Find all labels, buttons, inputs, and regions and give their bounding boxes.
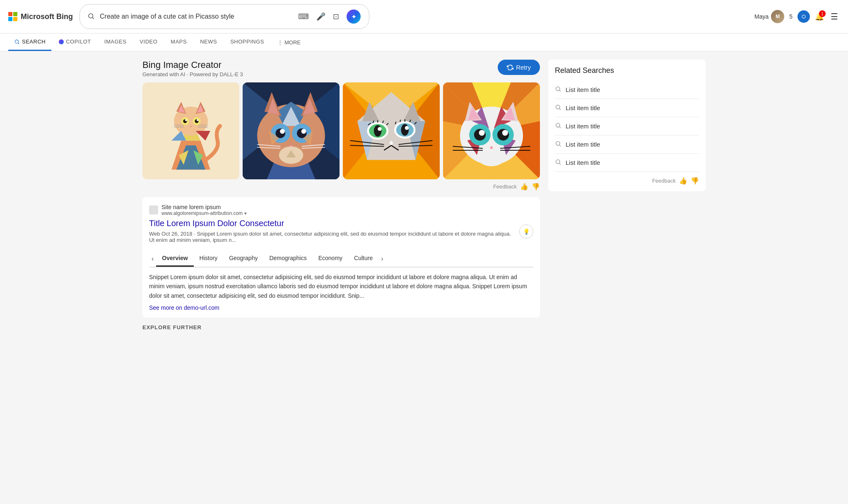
- see-more-link[interactable]: See more on demo-url.com: [149, 304, 533, 311]
- copilot-gradient-icon: ✦: [347, 10, 361, 24]
- related-searches-title: Related Searches: [555, 66, 699, 75]
- tab-demographics[interactable]: Demographics: [263, 251, 312, 267]
- image-creator-feedback-label: Feedback: [493, 183, 517, 190]
- retry-button[interactable]: Retry: [498, 60, 540, 75]
- search-icon-2: [555, 104, 561, 112]
- related-thumbs-up-button[interactable]: 👍: [679, 177, 687, 185]
- avatar: M: [771, 10, 784, 23]
- search-submit-button[interactable]: [87, 12, 96, 22]
- result-title-link[interactable]: Title Lorem Ipsum Dolor Consectetur: [149, 219, 514, 228]
- notification-button[interactable]: 🔔 1: [815, 12, 824, 21]
- microphone-icon-button[interactable]: 🎤: [315, 10, 327, 23]
- camera-icon-button[interactable]: ⊡: [331, 10, 341, 23]
- header-right: Maya M 5 ⬡ 🔔 1 ☰: [754, 10, 840, 23]
- generated-image-4[interactable]: [443, 82, 540, 179]
- microsoft-logo-icon: [8, 12, 17, 21]
- related-thumbs-down-button[interactable]: 👎: [691, 177, 699, 185]
- svg-point-129: [556, 160, 560, 164]
- image-creator-title: Bing Image Creator: [142, 60, 243, 70]
- nav-item-search[interactable]: SEARCH: [8, 34, 51, 51]
- svg-point-0: [89, 14, 93, 18]
- svg-point-111: [502, 130, 508, 136]
- generated-image-3[interactable]: [343, 82, 440, 179]
- svg-line-130: [559, 163, 561, 164]
- related-feedback-label: Feedback: [652, 178, 676, 184]
- svg-line-122: [559, 90, 561, 92]
- hamburger-menu-button[interactable]: ☰: [829, 10, 840, 23]
- related-search-item-1[interactable]: List item title: [555, 81, 699, 99]
- svg-point-121: [556, 87, 560, 91]
- search-input[interactable]: [100, 13, 292, 20]
- svg-point-127: [556, 142, 560, 145]
- site-favicon: [149, 205, 158, 215]
- svg-point-43: [280, 129, 285, 134]
- tab-economy[interactable]: Economy: [313, 251, 348, 267]
- search-bar: ⌨ 🎤 ⊡ ✦: [80, 4, 369, 29]
- nav-item-shoppings[interactable]: SHOPPINGS: [224, 34, 270, 51]
- nav-item-video[interactable]: VIDEO: [134, 34, 163, 51]
- related-item-text-3: List item title: [566, 123, 600, 130]
- related-search-item-2[interactable]: List item title: [555, 99, 699, 117]
- nav-copilot-label: COPILOT: [66, 39, 91, 45]
- nav-item-copilot[interactable]: COPILOT: [53, 34, 97, 51]
- related-item-text-5: List item title: [566, 159, 600, 166]
- svg-line-1: [92, 17, 94, 19]
- svg-line-124: [559, 109, 561, 110]
- nav-more-button[interactable]: ⋮ MORE: [272, 34, 306, 51]
- svg-line-128: [559, 145, 561, 146]
- tab-history[interactable]: History: [194, 251, 224, 267]
- main-content: Bing Image Creator Generated with AI · P…: [134, 51, 714, 339]
- nav-search-label: SEARCH: [22, 39, 46, 45]
- related-search-item-4[interactable]: List item title: [555, 135, 699, 154]
- nav-item-news[interactable]: NEWS: [194, 34, 223, 51]
- svg-point-18: [197, 119, 199, 121]
- related-item-text-2: List item title: [566, 104, 600, 111]
- image-creator-header: Bing Image Creator Generated with AI · P…: [142, 60, 540, 77]
- thumbs-up-button[interactable]: 👍: [520, 183, 528, 191]
- notification-badge: 1: [819, 10, 826, 17]
- image-creator-title-block: Bing Image Creator Generated with AI · P…: [142, 60, 243, 77]
- search-icon-5: [555, 159, 561, 166]
- search-result-card: Site name lorem ipsum www.algoloremipsum…: [142, 197, 540, 318]
- generated-image-1[interactable]: [142, 82, 239, 179]
- thumbs-down-button[interactable]: 👎: [532, 183, 540, 191]
- nav-video-label: VIDEO: [140, 39, 157, 45]
- keyboard-icon-button[interactable]: ⌨: [296, 10, 311, 23]
- related-item-text-4: List item title: [566, 141, 600, 148]
- tab-overview[interactable]: Overview: [156, 251, 193, 267]
- image-creator-feedback-row: Feedback 👍 👎: [142, 183, 540, 191]
- copilot-icon-button[interactable]: ✦: [345, 8, 362, 25]
- search-icon-1: [555, 86, 561, 94]
- logo: Microsoft Bing: [8, 12, 73, 21]
- site-name-block: Site name lorem ipsum www.algoloremipsum…: [161, 204, 247, 216]
- header: Microsoft Bing ⌨ 🎤 ⊡ ✦ Maya M 5 ⬡ 🔔 1 ☰: [0, 0, 848, 34]
- site-url-dropdown[interactable]: ▾: [244, 211, 247, 216]
- user-info: Maya M: [754, 10, 784, 23]
- related-search-item-3[interactable]: List item title: [555, 117, 699, 135]
- nav-item-images[interactable]: IMAGES: [99, 34, 132, 51]
- tab-geography[interactable]: Geography: [223, 251, 263, 267]
- svg-point-123: [556, 105, 560, 109]
- explore-further: EXPLORE FURTHER: [142, 324, 540, 330]
- tab-arrow-right[interactable]: ›: [378, 253, 385, 265]
- tab-culture[interactable]: Culture: [348, 251, 378, 267]
- user-name: Maya: [754, 13, 768, 20]
- site-info: Site name lorem ipsum www.algoloremipsum…: [149, 204, 514, 216]
- svg-line-3: [18, 43, 19, 44]
- related-searches-panel: Related Searches List item title List it…: [548, 60, 706, 191]
- nav-images-label: IMAGES: [104, 39, 127, 45]
- lightbulb-button[interactable]: 💡: [519, 224, 533, 239]
- related-search-item-5[interactable]: List item title: [555, 154, 699, 172]
- nav-item-maps[interactable]: MAPS: [165, 34, 193, 51]
- search-icon-4: [555, 140, 561, 148]
- result-body: Snippet Lorem ipsum dolor sit amet, cons…: [149, 272, 533, 300]
- svg-point-112: [506, 131, 508, 133]
- svg-point-120: [478, 149, 505, 166]
- nav-shoppings-label: SHOPPINGS: [230, 39, 264, 45]
- result-meta: Web Oct 26, 2018 · Snippet Lorem ipsum d…: [149, 231, 514, 243]
- tab-arrow-left[interactable]: ‹: [149, 253, 156, 265]
- svg-point-107: [479, 130, 485, 136]
- svg-point-2: [15, 40, 18, 43]
- image-creator-subtitle: Generated with AI · Powered by DALL-E 3: [142, 71, 243, 77]
- generated-image-2[interactable]: [243, 82, 340, 179]
